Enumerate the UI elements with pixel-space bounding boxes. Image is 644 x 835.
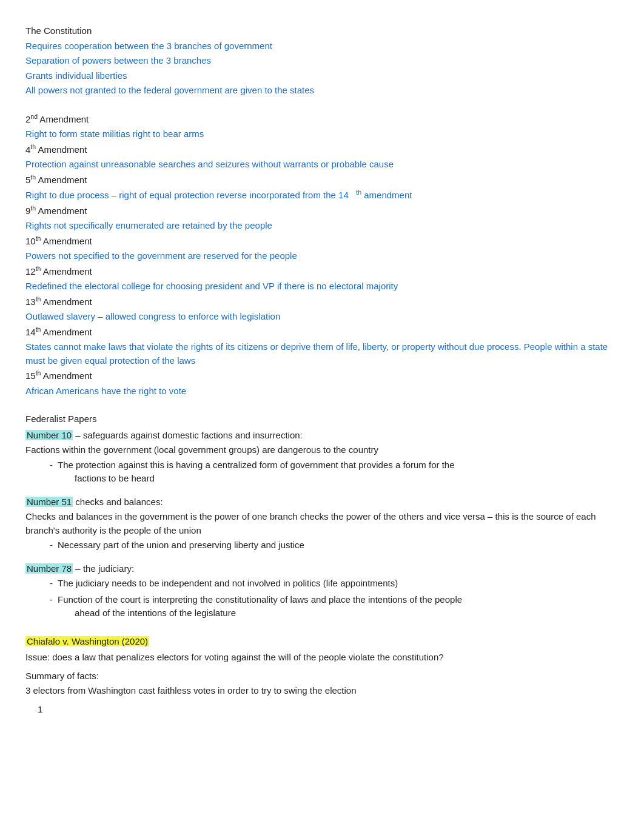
amendment-13-title: 13th Amendment (25, 295, 619, 309)
federalist-10-bullet-1: - The protection against this is having … (50, 458, 619, 486)
amendment-9-desc: Rights not specifically enumerated are r… (25, 219, 619, 233)
amendment-2: 2nd Amendment Right to form state militi… (25, 112, 619, 141)
amendment-4-title: 4th Amendment (25, 143, 619, 157)
amendment-2-desc: Right to form state militias right to be… (25, 127, 619, 141)
federalist-10: Number 10 – safeguards against domestic … (25, 429, 619, 486)
federalist-78-subtitle: – the judiciary: (73, 563, 134, 574)
amendment-5: 5th Amendment Right to due process – rig… (25, 173, 619, 203)
amendment-4-desc: Protection against unreasonable searches… (25, 158, 619, 172)
amendments-section: 2nd Amendment Right to form state militi… (25, 112, 619, 398)
amendment-15-desc: African Americans have the right to vote (25, 384, 619, 398)
amendment-13-desc: Outlawed slavery – allowed congress to e… (25, 310, 619, 324)
amendment-4: 4th Amendment Protection against unreaso… (25, 143, 619, 172)
federalist-51: Number 51 checks and balances: Checks an… (25, 495, 619, 552)
amendment-13: 13th Amendment Outlawed slavery – allowe… (25, 295, 619, 324)
page-number: 1 (38, 703, 619, 717)
amendment-14-title: 14th Amendment (25, 325, 619, 340)
federalist-51-bullets: - Necessary part of the union and preser… (50, 538, 619, 552)
federalist-51-subtitle: checks and balances: (73, 497, 163, 507)
federalist-papers-section: Federalist Papers Number 10 – safeguards… (25, 412, 619, 620)
case-section: Chiafalo v. Washington (2020) Issue: doe… (25, 635, 619, 717)
amendment-12: 12th Amendment Redefined the electoral c… (25, 264, 619, 293)
federalist-51-bullet-1-text: Necessary part of the union and preservi… (58, 538, 304, 552)
amendment-12-desc: Redefined the electoral college for choo… (25, 280, 619, 293)
case-title-text: Chiafalo v. Washington (2020) (25, 636, 149, 646)
amendment-9: 9th Amendment Rights not specifically en… (25, 204, 619, 233)
amendment-12-title: 12th Amendment (25, 264, 619, 279)
federalist-51-main: Checks and balances in the government is… (25, 510, 619, 537)
amendment-5-title: 5th Amendment (25, 173, 619, 187)
amendment-15-title: 15th Amendment (25, 369, 619, 383)
federalist-78-bullets: - The judiciary needs to be independent … (50, 577, 619, 620)
amendment-10: 10th Amendment Powers not specified to t… (25, 234, 619, 263)
federalist-51-bullet-1: - Necessary part of the union and preser… (50, 538, 619, 552)
constitution-point-3: Grants individual liberties (25, 69, 619, 83)
amendment-10-desc: Powers not specified to the government a… (25, 249, 619, 263)
amendment-5-desc: Right to due process – right of equal pr… (25, 188, 619, 203)
federalist-78-header: Number 78 – the judiciary: (25, 562, 619, 576)
federalist-78: Number 78 – the judiciary: - The judicia… (25, 562, 619, 620)
constitution-point-4: All powers not granted to the federal go… (25, 84, 619, 98)
federalist-10-header: Number 10 – safeguards against domestic … (25, 429, 619, 443)
federalist-10-number: Number 10 (25, 430, 73, 440)
case-summary-title: Summary of facts: (25, 669, 619, 683)
amendment-10-title: 10th Amendment (25, 234, 619, 249)
federalist-51-header: Number 51 checks and balances: (25, 495, 619, 509)
case-issue: Issue: does a law that penalizes elector… (25, 651, 619, 665)
federalist-10-main: Factions within the government (local go… (25, 443, 619, 457)
constitution-point-2: Separation of powers between the 3 branc… (25, 54, 619, 68)
amendment-9-title: 9th Amendment (25, 204, 619, 218)
constitution-title: The Constitution (25, 24, 619, 38)
constitution-point-1: Requires cooperation between the 3 branc… (25, 39, 619, 53)
amendment-2-title: 2nd Amendment (25, 112, 619, 127)
federalist-78-bullet-1: - The judiciary needs to be independent … (50, 577, 619, 591)
amendment-15: 15th Amendment African Americans have th… (25, 369, 619, 398)
case-summary-text: 3 electors from Washington cast faithles… (25, 684, 619, 698)
federalist-78-number: Number 78 (25, 563, 73, 574)
federalist-51-number: Number 51 (25, 497, 73, 507)
amendment-14: 14th Amendment States cannot make laws t… (25, 325, 619, 368)
federalist-papers-title: Federalist Papers (25, 412, 619, 426)
constitution-section: The Constitution Requires cooperation be… (25, 24, 619, 98)
federalist-78-bullet-1-text: The judiciary needs to be independent an… (58, 577, 398, 591)
amendment-14-desc: States cannot make laws that violate the… (25, 340, 619, 367)
federalist-10-subtitle: – safeguards against domestic factions a… (73, 430, 303, 440)
federalist-10-bullets: - The protection against this is having … (50, 458, 619, 486)
case-title: Chiafalo v. Washington (2020) (25, 635, 619, 649)
federalist-78-bullet-2: - Function of the court is interpreting … (50, 593, 619, 620)
